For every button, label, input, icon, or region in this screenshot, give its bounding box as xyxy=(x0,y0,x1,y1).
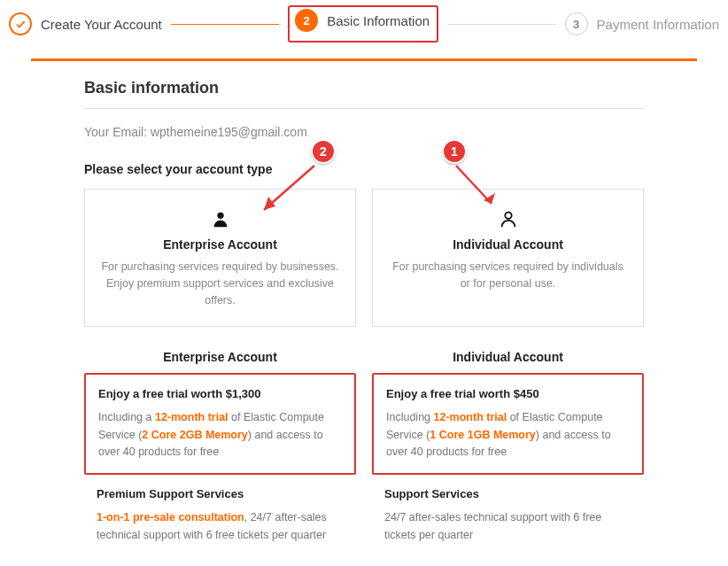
enterprise-trial-block: Enjoy a free trial worth $1,300 Includin… xyxy=(84,373,356,475)
enterprise-trial-desc: Including a 12-month trial of Elastic Co… xyxy=(98,409,342,461)
compare-individual-col: Individual Account Enjoy a free trial wo… xyxy=(372,350,644,556)
wizard-step-3-number: 3 xyxy=(565,12,588,35)
compare-individual-head: Individual Account xyxy=(372,350,644,364)
plan-compare: Enterprise Account Enjoy a free trial wo… xyxy=(84,350,644,556)
svg-point-1 xyxy=(505,213,511,219)
wizard-steps: Create Your Account 2 Basic Information … xyxy=(0,0,728,58)
wizard-step-2: 2 Basic Information xyxy=(288,5,438,43)
account-type-cards: Enterprise Account For purchasing servic… xyxy=(84,189,644,327)
enterprise-support-title: Premium Support Services xyxy=(97,487,344,500)
annotation-badge-2: 2 xyxy=(311,139,336,164)
enterprise-card-desc: For purchasing services required by busi… xyxy=(101,259,339,308)
compare-enterprise-head: Enterprise Account xyxy=(84,350,356,364)
svg-point-0 xyxy=(217,213,223,219)
wizard-step-2-label: Basic Information xyxy=(327,13,430,28)
account-type-prompt: Please select your account type xyxy=(84,162,644,176)
annotation-badge-1: 1 xyxy=(442,139,467,164)
section-title: Basic information xyxy=(84,79,644,97)
wizard-connector xyxy=(171,24,279,25)
individual-support-block: Support Services 24/7 after-sales techni… xyxy=(372,475,644,556)
enterprise-support-block: Premium Support Services 1-on-1 pre-sale… xyxy=(84,475,356,556)
email-row: Your Email: wpthemeine195@gmail.com xyxy=(84,125,644,139)
enterprise-trial-title: Enjoy a free trial worth $1,300 xyxy=(98,387,342,400)
wizard-step-1: Create Your Account xyxy=(9,12,162,35)
svg-marker-5 xyxy=(264,197,275,210)
individual-support-desc: 24/7 after-sales technical support with … xyxy=(384,509,631,544)
individual-card-desc: For purchasing services required by indi… xyxy=(389,259,627,292)
wizard-step-3-label: Payment Information xyxy=(597,17,719,32)
person-filled-icon xyxy=(211,209,230,229)
compare-enterprise-col: Enterprise Account Enjoy a free trial wo… xyxy=(84,350,356,556)
email-label: Your Email: xyxy=(84,125,147,139)
individual-trial-title: Enjoy a free trial worth $450 xyxy=(386,387,630,400)
wizard-step-1-label: Create Your Account xyxy=(41,17,162,32)
individual-support-title: Support Services xyxy=(384,487,631,500)
annotation-arrow-1 xyxy=(452,161,505,214)
enterprise-support-desc: 1-on-1 pre-sale consultation, 24/7 after… xyxy=(97,509,344,544)
wizard-step-2-number: 2 xyxy=(295,9,318,32)
wizard-step-3: 3 Payment Information xyxy=(565,12,719,35)
svg-line-2 xyxy=(456,166,492,204)
individual-trial-block: Enjoy a free trial worth $450 Including … xyxy=(372,373,644,475)
individual-card-title: Individual Account xyxy=(389,237,627,252)
enterprise-card-title: Enterprise Account xyxy=(101,237,339,252)
email-value: wpthemeine195@gmail.com xyxy=(151,125,307,139)
divider xyxy=(84,108,644,109)
individual-account-card[interactable]: Individual Account For purchasing servic… xyxy=(372,189,644,327)
wizard-connector xyxy=(447,24,555,25)
annotation-arrow-2 xyxy=(251,161,321,223)
check-icon xyxy=(9,12,32,35)
individual-trial-desc: Including 12-month trial of Elastic Comp… xyxy=(386,409,630,461)
